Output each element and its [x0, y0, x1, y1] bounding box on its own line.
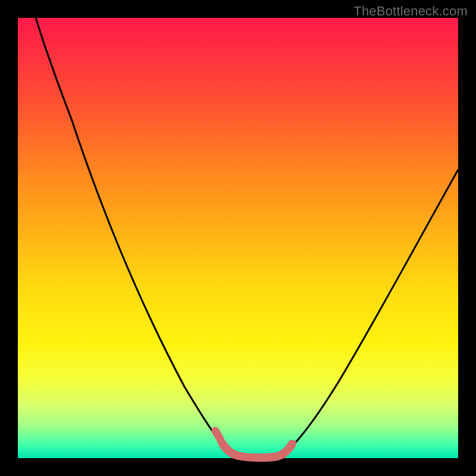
watermark-text: TheBottleneck.com: [353, 4, 468, 19]
chart-frame: TheBottleneck.com: [0, 0, 476, 476]
left-highlight-dot: [215, 431, 220, 439]
bottom-highlight: [222, 443, 292, 458]
plot-area: [18, 18, 458, 458]
right-curve: [283, 170, 458, 455]
left-curve: [36, 18, 235, 455]
curves-svg: [18, 18, 458, 458]
